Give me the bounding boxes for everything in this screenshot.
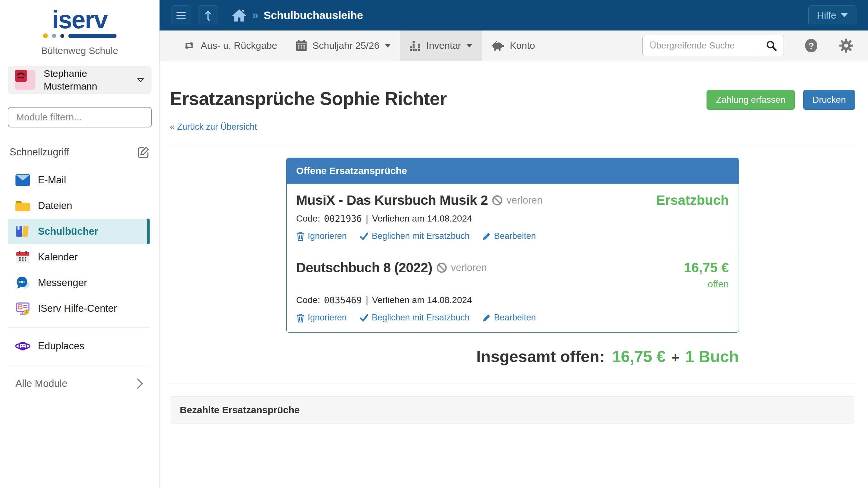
settle-label: Beglichen mit Ersatzbuch — [372, 313, 470, 323]
books-icon — [16, 225, 30, 238]
inventory-icon — [410, 40, 421, 51]
edit-label: Bearbeiten — [494, 313, 536, 323]
edit-link[interactable]: Bearbeiten — [483, 231, 536, 241]
sidebar-item-schoolbooks[interactable]: Schulbücher — [8, 219, 150, 244]
help-icon-button[interactable]: ? — [804, 38, 818, 53]
breadcrumb-separator: » — [252, 9, 258, 22]
claim-lent-info: Verliehen am 14.08.2024 — [372, 214, 472, 224]
tab-label: Schuljahr 25/26 — [312, 40, 379, 51]
settle-with-replacement-link[interactable]: Beglichen mit Ersatzbuch — [360, 313, 470, 323]
tab-account[interactable]: Konto — [482, 30, 544, 61]
open-claims-header: Offene Ersatzansprüche — [287, 158, 739, 184]
iserv-logo: iserv Bültenweg Schule — [0, 0, 159, 56]
gear-icon — [838, 38, 854, 53]
trash-icon — [296, 232, 305, 241]
settle-label: Beglichen mit Ersatzbuch — [372, 231, 470, 241]
record-payment-button[interactable]: Zahlung erfassen — [707, 90, 795, 110]
sidebar-item-label: Schulbücher — [38, 226, 98, 237]
caret-down-icon — [466, 44, 472, 48]
sidebar-item-label: Kalender — [38, 251, 78, 263]
claim-code-number: 0035469 — [324, 295, 362, 306]
code-separator: | — [366, 295, 368, 306]
quick-access-label: Schnellzugriff — [10, 146, 69, 158]
all-modules-label: Alle Module — [16, 378, 67, 390]
edit-label: Bearbeiten — [494, 231, 536, 241]
tab-inventory[interactable]: Inventar — [400, 30, 482, 61]
help-center-icon: ? — [16, 302, 30, 315]
caret-down-icon — [384, 44, 391, 48]
back-to-overview-link[interactable]: « Zurück zur Übersicht — [170, 122, 257, 132]
claim-title: Deutschbuch 8 (2022) — [296, 260, 432, 275]
main-content: Ersatzansprüche Sophie Richter Zahlung e… — [159, 61, 868, 488]
sidebar-item-help-center[interactable]: ? IServ Hilfe-Center — [8, 296, 150, 322]
tab-label: Konto — [510, 40, 535, 51]
claim-value: Ersatzbuch — [656, 193, 729, 208]
edit-quick-access-icon[interactable] — [137, 146, 150, 158]
paid-claims-panel: Bezahlte Ersatzansprüche — [170, 396, 855, 424]
home-icon[interactable] — [231, 8, 247, 23]
breadcrumb-module[interactable]: Schulbuchausleihe — [264, 9, 363, 22]
sidebar-item-label: E-Mail — [38, 174, 66, 186]
total-label: Insgesamt offen: — [476, 348, 605, 366]
caret-down-icon — [841, 13, 848, 17]
claim-value-status: offen — [684, 279, 729, 289]
claim-value: 16,75 € — [684, 260, 729, 275]
help-menu-button[interactable]: Hilfe — [808, 5, 857, 25]
global-search-input[interactable] — [642, 35, 759, 56]
search-icon — [766, 40, 777, 51]
claim-status: verloren — [451, 262, 487, 274]
ignore-link[interactable]: Ignorieren — [296, 313, 347, 323]
topbar: » Schulbuchausleihe Hilfe — [159, 0, 868, 30]
user-menu[interactable]: Stephanie Mustermann — [8, 66, 152, 94]
edit-link[interactable]: Bearbeiten — [483, 313, 536, 323]
avatar — [15, 70, 35, 90]
trash-icon — [296, 313, 305, 323]
print-button[interactable]: Drucken — [803, 90, 855, 110]
menu-toggle-button[interactable] — [171, 5, 191, 25]
sidebar: iserv Bültenweg Schule Stephanie Musterm… — [0, 0, 159, 488]
exchange-icon — [183, 40, 195, 51]
tab-school-year[interactable]: Schuljahr 25/26 — [286, 30, 400, 61]
divider — [170, 384, 855, 384]
help-label: Hilfe — [817, 10, 836, 21]
user-name: Stephanie Mustermann — [44, 67, 97, 93]
check-icon — [360, 314, 369, 322]
sidebar-item-all-modules[interactable]: Alle Module — [8, 371, 150, 396]
sidebar-item-files[interactable]: Dateien — [8, 193, 150, 219]
pencil-icon — [483, 232, 491, 241]
iserv-logo-text: iserv — [0, 7, 159, 32]
folder-icon — [16, 199, 30, 213]
logo-dot-navy — [60, 34, 64, 38]
calendar-icon — [296, 39, 307, 52]
module-filter-input[interactable] — [8, 107, 152, 127]
search-button[interactable] — [759, 35, 784, 56]
sidebar-item-email[interactable]: E-Mail — [8, 167, 150, 193]
module-subnav: Aus- u. Rückgabe Schuljahr 25/26 — [159, 30, 868, 61]
open-claims-panel: Offene Ersatzansprüche MusiX - Das Kursb… — [286, 158, 739, 333]
sidebar-item-label: Eduplaces — [38, 340, 85, 352]
logo-bar — [68, 34, 117, 38]
sidebar-item-calendar[interactable]: Kalender — [8, 244, 150, 270]
school-name: Bültenweg Schule — [0, 45, 159, 56]
ignore-link[interactable]: Ignorieren — [296, 231, 347, 241]
ban-icon — [436, 262, 447, 273]
settle-with-replacement-link[interactable]: Beglichen mit Ersatzbuch — [360, 231, 470, 241]
code-label: Code: — [296, 295, 320, 305]
claim-lent-info: Verliehen am 14.08.2024 — [372, 295, 472, 305]
settings-button[interactable] — [838, 38, 854, 53]
claim-title: MusiX - Das Kursbuch Musik 2 — [296, 193, 488, 208]
content-column: » Schulbuchausleihe Hilfe Aus- u. Rückga… — [159, 0, 868, 488]
logo-dot-yellow — [43, 33, 48, 38]
chevron-right-icon — [137, 378, 143, 389]
divider — [170, 145, 855, 145]
sidebar-item-messenger[interactable]: Messenger — [8, 270, 150, 296]
piggy-bank-icon — [491, 40, 505, 51]
sidebar-item-eduplaces[interactable]: Eduplaces — [8, 333, 150, 359]
tab-lending-return[interactable]: Aus- u. Rückgabe — [173, 30, 286, 61]
question-circle-icon: ? — [804, 38, 818, 53]
go-up-button[interactable] — [198, 5, 218, 25]
claim-row: MusiX - Das Kursbuch Musik 2 verloren Er… — [287, 184, 739, 251]
module-list: E-Mail Dateien — [0, 167, 159, 396]
pencil-icon — [483, 314, 491, 322]
total-books: 1 Buch — [685, 348, 739, 366]
